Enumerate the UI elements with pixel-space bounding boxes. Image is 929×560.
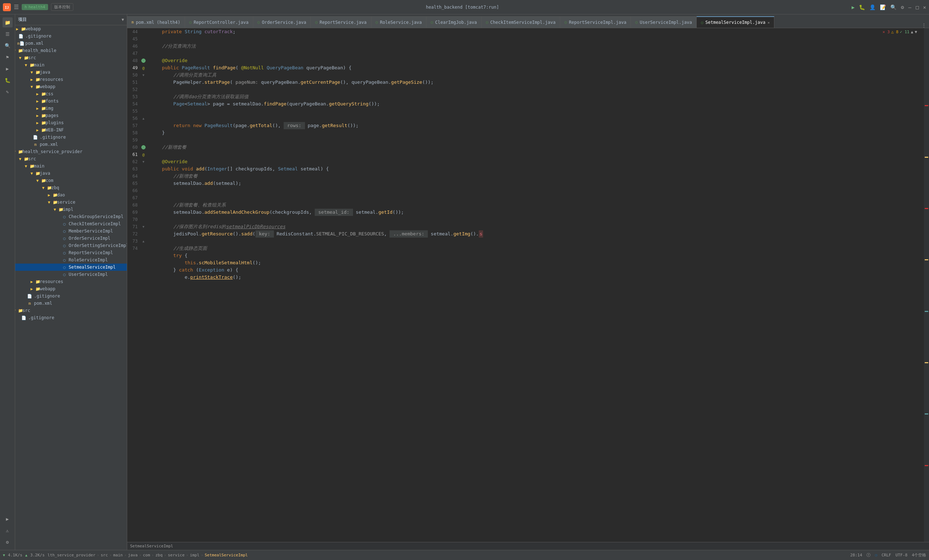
- code-line-65: setmealDao.add(setmeal);: [151, 180, 924, 187]
- code-line-48: @Override: [151, 57, 924, 64]
- tree-item-webapp2[interactable]: ▼ 📁 webapp: [15, 83, 127, 90]
- code-line-44: private String cutorTrack;: [151, 28, 924, 35]
- git-icon: ⓡ: [866, 552, 871, 558]
- sidebar-icon-run[interactable]: ▶: [3, 64, 13, 73]
- tab-report-service[interactable]: ◯ ReportService.java: [311, 16, 371, 28]
- tree-item-resources2[interactable]: ▶ 📁 resources: [15, 278, 127, 285]
- tree-item-src2[interactable]: ▼ 📁 src: [15, 155, 127, 162]
- tree-item-gitignore4[interactable]: 📄 .gitignore: [15, 314, 127, 321]
- tab-role-service[interactable]: ◯ RoleService.java: [371, 16, 427, 28]
- user-icon[interactable]: 👤: [869, 4, 875, 10]
- tree-item-java1[interactable]: ▼ 📁 java: [15, 69, 127, 76]
- minimize-button[interactable]: —: [908, 4, 911, 10]
- encoding[interactable]: UTF-8: [895, 553, 907, 557]
- tree-item-java2[interactable]: ▼ 📁 java: [15, 170, 127, 177]
- tree-item-userserviceimpl[interactable]: ◯ UserServiceImpl: [15, 271, 127, 278]
- line-gutter: 44 45 46 47: [127, 28, 147, 542]
- gutter-60: 60: [127, 144, 147, 151]
- tab-checkitem-service-impl[interactable]: ◯ CheckItemServiceImpl.java: [482, 16, 560, 28]
- run-button[interactable]: ▶: [852, 4, 855, 10]
- sidebar-icon-settings[interactable]: ⚙: [3, 537, 13, 547]
- tree-item-impl-folder[interactable]: ▼ 📁 impl: [15, 206, 127, 213]
- tree-item-pages[interactable]: ▶ 📁 pages: [15, 112, 127, 119]
- tree-item-setmealserviceimpl[interactable]: ◯ SetmealServiceImpl: [15, 263, 127, 271]
- tree-item-gitignore3[interactable]: 📄 .gitignore: [15, 292, 127, 300]
- tree-item-com[interactable]: ▼ 📁 com: [15, 177, 127, 184]
- translate-icon[interactable]: 📝: [880, 4, 886, 10]
- tree-item-health-mobile[interactable]: ▼ 📁 health_mobile: [15, 47, 127, 54]
- tab-order-service[interactable]: ◯ OrderService.java: [253, 16, 311, 28]
- tree-item-reportserviceimpl[interactable]: ◯ ReportServiceImpl: [15, 249, 127, 256]
- sidebar-icon-problems[interactable]: ⚠: [3, 525, 13, 536]
- tab-setmeal-service-impl[interactable]: ◯ SetmealServiceImpl.java ✕: [697, 16, 774, 28]
- tree-item-webinf[interactable]: ▶ 📁 WEB-INF: [15, 126, 127, 133]
- tree-item-health-service-provider[interactable]: ▼ 📁 health_service_provider: [15, 148, 127, 155]
- breadcrumb-com: com: [143, 553, 150, 557]
- tree-item-webapp3[interactable]: ▶ 📁 webapp: [15, 285, 127, 292]
- sidebar-icon-terminal[interactable]: ▶: [3, 514, 13, 524]
- tab-report-service-impl[interactable]: ◯ ReportServiceImpl.java: [560, 16, 631, 28]
- sidebar-icon-debug[interactable]: 🐛: [3, 75, 13, 85]
- collapse-icon[interactable]: ▼: [915, 30, 917, 34]
- tree-item-pomxml3[interactable]: m pom.xml: [15, 300, 127, 307]
- run-gutter-icon-48[interactable]: [141, 58, 146, 63]
- code-editor: 44 45 46 47: [127, 28, 929, 542]
- ok-count: ✓ 11: [900, 30, 909, 34]
- tree-item-css[interactable]: ▶ 📁 css: [15, 90, 127, 98]
- tree-item-pomxml1[interactable]: m📄 pom.xml: [15, 40, 127, 47]
- indent[interactable]: 4个空格: [912, 552, 926, 558]
- settings-icon[interactable]: ⚙: [901, 4, 904, 10]
- tree-item-gitignore1[interactable]: 📄 .gitignore: [15, 32, 127, 40]
- tree-item-src3[interactable]: ▼ 📁 src: [15, 307, 127, 314]
- app-icon: IJ: [3, 3, 11, 11]
- tree-item-dao[interactable]: ▶ 📁 dao: [15, 191, 127, 199]
- code-area[interactable]: private String cutorTrack; //分页查询方法 @Ove…: [147, 28, 924, 542]
- tab-user-service-impl[interactable]: ◯ UserServiceImpl.java: [631, 16, 697, 28]
- tree-item-plugins[interactable]: ▶ 📁 plugins: [15, 119, 127, 126]
- code-line-54: Page<Setmeal> page = setmealDao.findPage…: [151, 100, 924, 108]
- sidebar-icon-project[interactable]: 📁: [3, 17, 13, 28]
- sidebar-icon-structure[interactable]: ☰: [3, 29, 13, 39]
- tree-item-img[interactable]: ▶ 📁 img: [15, 105, 127, 112]
- hamburger-icon[interactable]: ☰: [14, 4, 19, 11]
- tree-item-webapp[interactable]: ▶ 📁 webapp: [15, 25, 127, 32]
- tab-pom[interactable]: m pom.xml (health4): [127, 16, 185, 28]
- sidebar-icon-search[interactable]: 🔍: [3, 40, 13, 50]
- gutter-58: 58: [127, 129, 147, 136]
- close-button[interactable]: ✕: [923, 4, 926, 10]
- sidebar-icon-git[interactable]: ⚑: [3, 52, 13, 62]
- tree-item-roleserviceimpl[interactable]: ◯ RoleServiceImpl: [15, 256, 127, 263]
- version-control-button[interactable]: 版本控制: [51, 3, 74, 11]
- tree-item-src1[interactable]: ▼ 📁 src: [15, 54, 127, 61]
- code-line-58: }: [151, 129, 924, 136]
- tree-item-checkitemserviceimpl[interactable]: ◯ CheckItemServiceImpl: [15, 220, 127, 228]
- debug-button[interactable]: 🐛: [859, 4, 865, 10]
- tab-clear-img-job[interactable]: ◯ ClearImgJob.java: [426, 16, 482, 28]
- sidebar-icon-todo[interactable]: ✎: [3, 87, 13, 97]
- scroll-marker-panel: [924, 28, 929, 542]
- tree-item-ordersettingserviceimpl[interactable]: ◯ OrderSettingServiceImpl: [15, 242, 127, 249]
- tree-item-orderserviceimpl[interactable]: ◯ OrderServiceImpl: [15, 235, 127, 242]
- tree-item-pomxml2[interactable]: m pom.xml: [15, 141, 127, 148]
- tabs-overflow[interactable]: ⋮: [919, 23, 929, 28]
- search-icon[interactable]: 🔍: [890, 4, 897, 10]
- tree-item-resources1[interactable]: ▶ 📁 resources: [15, 76, 127, 83]
- gutter-66: 66: [127, 187, 147, 194]
- tree-item-main1[interactable]: ▼ 📁 main: [15, 61, 127, 69]
- code-line-64: //新增套餐: [151, 173, 924, 180]
- tree-item-checkgroupserviceimpl[interactable]: ◯ CheckGroupServiceImpl: [15, 213, 127, 220]
- expand-icon[interactable]: ▲: [911, 30, 914, 34]
- tree-item-service[interactable]: ▼ 📁 service: [15, 199, 127, 206]
- run-gutter-icon-60[interactable]: [141, 145, 146, 150]
- tree-item-gitignore2[interactable]: 📄 .gitignore: [15, 133, 127, 141]
- tree-item-memberserviceimpl[interactable]: ◯ MemberServiceImpl: [15, 228, 127, 235]
- maximize-button[interactable]: □: [916, 4, 918, 10]
- project-label[interactable]: h health4: [22, 4, 48, 10]
- code-line-74: //生成静态页面: [151, 245, 924, 252]
- tree-item-main2[interactable]: ▼ 📁 main: [15, 162, 127, 170]
- line-ending[interactable]: CRLF: [881, 553, 891, 557]
- tree-item-fonts[interactable]: ▶ 📁 fonts: [15, 98, 127, 105]
- tab-report-controller[interactable]: ◯ ReportController.java: [185, 16, 253, 28]
- tree-item-zbq[interactable]: ▼ 📁 zbq: [15, 184, 127, 191]
- file-tree: 项目 ▼ ▶ 📁 webapp 📄 .gitignore m📄 pom.xml …: [15, 14, 127, 550]
